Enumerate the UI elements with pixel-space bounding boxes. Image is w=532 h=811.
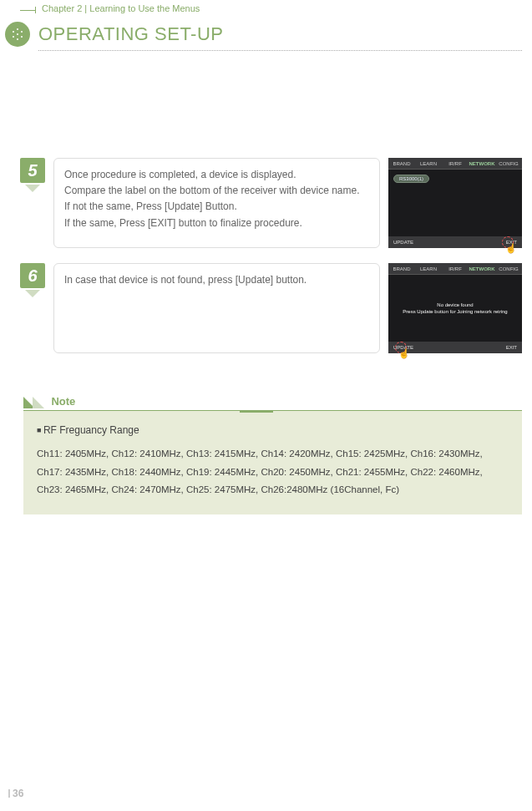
step-number: 5 [20, 158, 45, 183]
screenshot-tabs: BRAND LEARN IR/RF NETWORK CONFIG [388, 263, 522, 275]
note-header: Note [23, 393, 522, 411]
note-subtitle: RF Freguancy Range [37, 421, 509, 440]
tab-active: NETWORK [469, 266, 495, 271]
tab: LEARN [415, 161, 442, 166]
device-screenshot: BRAND LEARN IR/RF NETWORK CONFIG RS3000(… [388, 158, 522, 248]
tab: IR/RF [442, 161, 469, 166]
msg-line: No device found [395, 302, 515, 308]
screenshot-message: No device found Press Update button for … [395, 302, 515, 316]
pointer-icon: ☝ [393, 342, 412, 360]
step-line: Once procedure is completed, a device is… [64, 167, 369, 183]
note-block: Note RF Freguancy Range Ch11: 2405MHz, C… [23, 393, 522, 514]
page-title: OPERATING SET-UP [38, 23, 224, 45]
tab: CONFIG [495, 161, 522, 166]
chapter-rule [20, 10, 35, 11]
page-number: 36 [8, 788, 23, 799]
footer-update: UPDATE [393, 240, 413, 245]
title-underline [38, 50, 522, 51]
tab-active: NETWORK [469, 161, 495, 166]
step-line: If the same, Press [EXIT] button to fina… [64, 215, 369, 231]
chapter-tick [35, 7, 36, 13]
tab: LEARN [415, 266, 442, 271]
note-body: RF Freguancy Range Ch11: 2405MHz, Ch12: … [23, 411, 522, 514]
page-header: Chapter 2 | Learning to Use the Menus OP… [0, 0, 532, 51]
page-number-value: 36 [13, 788, 23, 799]
tab: IR/RF [442, 266, 469, 271]
msg-line: Press Update button for Joining network … [395, 308, 515, 315]
chapter-label: Chapter 2 | Learning to Use the Menus [42, 3, 200, 13]
chevron-down-icon [25, 290, 40, 297]
note-triangle-icon [33, 397, 44, 408]
tab: BRAND [388, 161, 415, 166]
device-screenshot: BRAND LEARN IR/RF NETWORK CONFIG No devi… [388, 263, 522, 353]
step-body: Once procedure is completed, a device is… [53, 158, 380, 248]
note-label: Note [51, 395, 75, 408]
step-6: 6 In case that device is not found, pres… [20, 263, 522, 353]
step-number: 6 [20, 263, 45, 288]
step-body: In case that device is not found, press … [53, 263, 380, 353]
tab: BRAND [388, 266, 415, 271]
note-text: Ch11: 2405MHz, Ch12: 2410MHz, Ch13: 2415… [37, 445, 509, 500]
device-label: RS3000(1) [393, 175, 429, 183]
step-line: Compare the label on the bottom of the r… [64, 183, 369, 199]
pointer-icon: ☝ [500, 236, 519, 255]
step-line: If not the same, Press [Update] Button. [64, 199, 369, 215]
tab: CONFIG [495, 266, 522, 271]
chevron-down-icon [25, 185, 40, 192]
step-5: 5 Once procedure is completed, a device … [20, 158, 522, 248]
step-line: In case that device is not found, press … [64, 272, 369, 288]
note-tick [240, 410, 273, 413]
footer-exit: EXIT [506, 345, 517, 350]
screenshot-tabs: BRAND LEARN IR/RF NETWORK CONFIG [388, 158, 522, 170]
section-icon [5, 22, 30, 47]
